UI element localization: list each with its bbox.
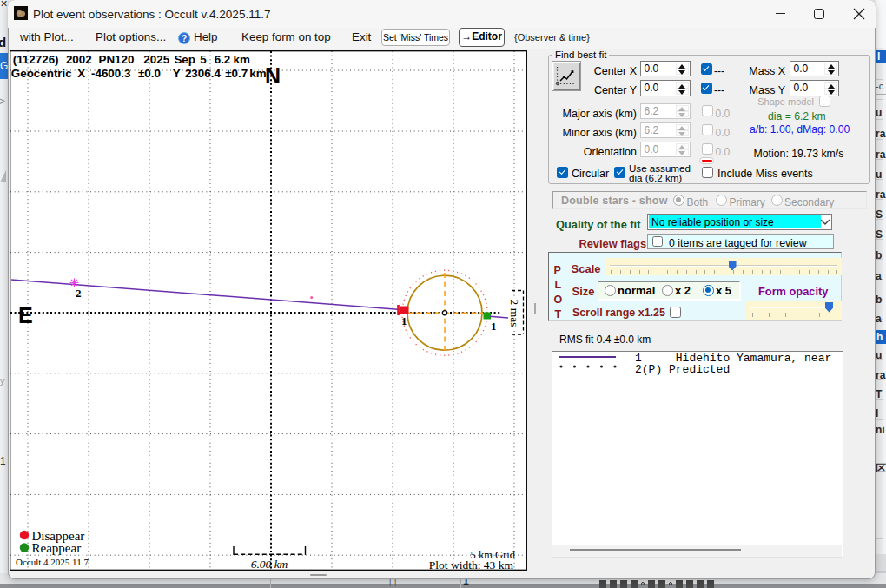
svg-text:N: N: [265, 63, 281, 88]
svg-text:2 mas: 2 mas: [508, 300, 521, 327]
svg-text:1: 1: [491, 320, 497, 333]
svg-text:E: E: [18, 303, 33, 327]
svg-text:1: 1: [401, 314, 407, 327]
svg-text:Reappear: Reappear: [32, 541, 82, 555]
svg-text:(112726)2002PN1202025Sep56.2km: (112726)2002PN1202025Sep56.2km: [13, 53, 250, 66]
svg-text:Plot width: 43 km: Plot width: 43 km: [429, 558, 514, 571]
svg-text:6.00 km: 6.00 km: [251, 558, 288, 571]
svg-text:Occult 4.2025.11.7: Occult 4.2025.11.7: [16, 557, 89, 567]
svg-text:GeocentricX-4600.3±0.0Y2306.4±: GeocentricX-4600.3±0.0Y2306.4±0.7km: [11, 67, 267, 80]
svg-text:2: 2: [76, 287, 82, 300]
